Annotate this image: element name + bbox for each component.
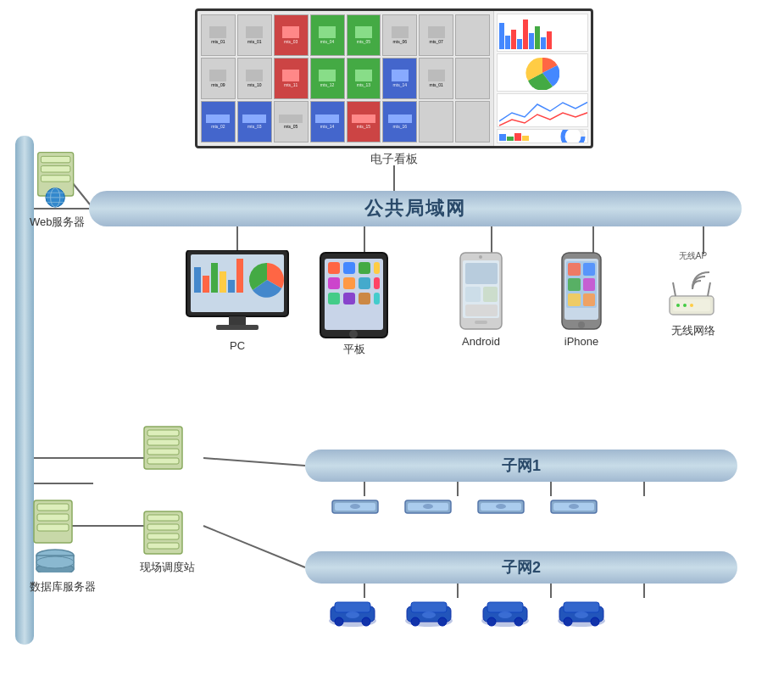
wireless-ap-label: 无线AP	[679, 250, 707, 262]
svg-point-137	[564, 617, 572, 626]
svg-rect-56	[359, 293, 370, 304]
subnet1-devices	[331, 496, 598, 517]
svg-rect-86	[37, 514, 69, 521]
subnet2-label: 子网2	[502, 557, 541, 578]
svg-rect-63	[465, 263, 498, 284]
iphone-icon	[559, 250, 603, 335]
wireless-device: 无线AP 无线网络	[661, 250, 725, 338]
tablet-device: 平板	[318, 250, 390, 357]
svg-rect-43	[216, 325, 259, 330]
field-server-icon-1	[140, 424, 191, 471]
svg-rect-39	[228, 280, 235, 293]
svg-rect-66	[465, 304, 498, 316]
subnet1-label: 子网1	[502, 455, 541, 476]
android-device: Android	[458, 250, 504, 348]
svg-rect-94	[147, 430, 179, 436]
svg-point-61	[479, 255, 482, 259]
public-lan-pipe: 公共局域网	[89, 191, 742, 226]
svg-point-108	[423, 504, 433, 509]
svg-rect-35	[194, 267, 201, 293]
scanner-icon-4	[549, 496, 598, 517]
svg-rect-73	[568, 278, 581, 291]
agv-icon-4	[555, 594, 608, 628]
iphone-label: iPhone	[564, 335, 598, 348]
svg-point-105	[350, 504, 360, 509]
svg-point-58	[349, 330, 358, 338]
main-container: mts_01 mts_01 mts_03 mts_04 mts_05	[0, 0, 784, 687]
svg-point-81	[690, 304, 693, 307]
svg-rect-99	[147, 515, 179, 521]
svg-rect-64	[465, 287, 481, 302]
svg-rect-40	[236, 259, 243, 293]
svg-rect-100	[147, 524, 179, 530]
svg-rect-85	[37, 504, 69, 511]
svg-line-9	[203, 458, 305, 466]
svg-rect-51	[343, 277, 355, 289]
svg-rect-54	[328, 293, 340, 304]
svg-rect-53	[374, 277, 380, 289]
svg-rect-57	[374, 293, 380, 304]
agv-icon-3	[479, 594, 531, 628]
svg-point-79	[676, 304, 680, 307]
svg-point-136	[575, 612, 588, 618]
svg-rect-71	[568, 263, 581, 276]
svg-rect-95	[147, 439, 179, 445]
billboard-screen: mts_01 mts_01 mts_03 mts_04 mts_05	[195, 8, 593, 148]
svg-point-114	[569, 504, 579, 509]
svg-rect-50	[328, 277, 340, 289]
svg-point-126	[438, 617, 447, 626]
web-server: Web服务器	[30, 148, 86, 230]
svg-line-83	[673, 282, 676, 296]
pc-monitor-icon	[182, 250, 292, 339]
svg-line-82	[708, 282, 710, 296]
pc-label: PC	[230, 339, 245, 352]
tablet-label: 平板	[343, 342, 365, 357]
svg-rect-62	[475, 321, 487, 324]
svg-rect-76	[583, 293, 595, 306]
svg-point-130	[498, 612, 512, 618]
svg-rect-102	[147, 543, 179, 549]
svg-rect-49	[374, 262, 380, 274]
field-station-upper	[140, 424, 191, 471]
subnet1-pipe: 子网1	[305, 450, 737, 482]
svg-rect-38	[220, 271, 226, 293]
wireless-label: 无线网络	[671, 323, 715, 338]
pc-device: PC	[182, 250, 292, 352]
svg-point-138	[591, 617, 599, 626]
svg-rect-65	[483, 287, 498, 302]
scanner-icon-1	[331, 496, 380, 517]
svg-rect-48	[359, 262, 370, 274]
field-station-lower: 现场调度站	[140, 509, 195, 575]
svg-point-124	[422, 612, 436, 618]
svg-rect-96	[147, 449, 179, 455]
field-station-label: 现场调度站	[140, 560, 195, 575]
svg-point-120	[362, 617, 370, 626]
wireless-router-icon	[661, 264, 725, 323]
web-server-icon	[30, 148, 85, 208]
web-server-label: Web服务器	[30, 215, 86, 230]
svg-rect-36	[203, 276, 209, 293]
agv-icon-2	[403, 594, 455, 628]
svg-line-10	[203, 526, 305, 567]
svg-point-131	[487, 617, 496, 626]
svg-rect-97	[147, 458, 179, 464]
svg-point-92	[36, 556, 74, 568]
android-phone-icon	[458, 250, 504, 335]
svg-rect-74	[583, 278, 595, 291]
svg-rect-52	[359, 277, 370, 289]
scanner-icon-2	[403, 496, 453, 517]
db-server-icon	[30, 496, 89, 572]
svg-point-125	[411, 617, 420, 626]
tablet-icon	[318, 250, 390, 342]
svg-rect-129	[487, 602, 523, 612]
iphone-device: iPhone	[559, 250, 603, 348]
svg-rect-55	[343, 293, 355, 304]
svg-rect-117	[335, 602, 370, 612]
billboard-label: 电子看板	[195, 152, 593, 167]
svg-rect-101	[147, 533, 179, 539]
svg-point-118	[346, 612, 359, 618]
public-lan-label: 公共局域网	[364, 196, 466, 221]
svg-rect-75	[568, 293, 581, 306]
svg-rect-135	[564, 602, 599, 612]
svg-point-69	[578, 321, 585, 328]
